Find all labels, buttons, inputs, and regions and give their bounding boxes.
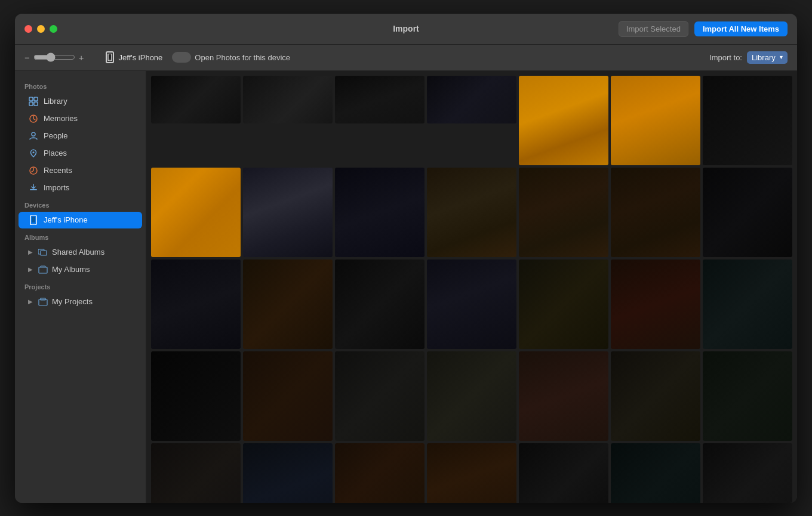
import-selected-button[interactable]: Import Selected [619,21,688,37]
import-to-label: Import to: [709,53,742,62]
open-photos-container: Open Photos for this device [172,52,290,63]
photos-section-label: Photos [15,78,146,92]
photo-cell[interactable] [519,259,608,349]
sidebar-item-shared-albums[interactable]: ▶ Shared Albums [19,244,142,261]
memories-label: Memories [44,114,78,123]
svg-rect-1 [109,55,110,59]
photo-cell[interactable] [519,168,608,257]
people-label: People [44,131,67,140]
import-to-container: Import to: Library [709,51,788,64]
sidebar-item-my-projects[interactable]: ▶ My Projects [19,293,142,310]
sidebar-item-people[interactable]: People [19,128,142,144]
photo-cell[interactable] [335,351,425,441]
places-icon [28,148,39,159]
jeffs-iphone-label: Jeff's iPhone [44,215,88,224]
photo-cell[interactable] [151,76,241,123]
device-name-label: Jeff's iPhone [119,53,163,62]
minimize-button[interactable] [37,25,45,33]
photo-cell[interactable] [243,168,333,257]
photo-cell[interactable] [427,351,516,441]
photo-cell[interactable] [335,76,425,123]
titlebar-actions: Import Selected Import All New Items [619,21,788,37]
photo-cell[interactable] [611,443,700,503]
projects-section-label: Projects [15,279,146,293]
open-photos-label: Open Photos for this device [195,53,290,62]
titlebar: Import Import Selected Import All New It… [15,14,797,45]
traffic-lights [24,25,57,33]
photo-cell[interactable] [243,351,333,441]
svg-rect-10 [30,189,37,190]
photo-cell[interactable] [611,351,700,441]
photo-cell[interactable] [151,443,241,503]
my-projects-icon [38,296,48,307]
sidebar: Photos Library Memories People [15,71,146,503]
photo-cell[interactable] [427,168,516,257]
photo-cell[interactable] [427,259,516,349]
import-all-button[interactable]: Import All New Items [694,21,788,36]
sidebar-item-my-albums[interactable]: ▶ My Albums [19,261,142,278]
library-label: Library [44,97,67,106]
photo-cell[interactable] [151,259,241,349]
sidebar-item-library[interactable]: Library [19,93,142,110]
chevron-right-icon: ▶ [28,249,33,255]
fullscreen-button[interactable] [50,25,57,33]
library-dropdown-wrapper: Library [747,51,788,64]
svg-point-7 [32,132,35,136]
photo-cell[interactable] [335,259,425,349]
zoom-slider[interactable] [33,52,75,62]
photo-cell[interactable] [703,259,792,349]
people-icon [28,131,39,141]
devices-section-label: Devices [15,197,146,211]
svg-rect-3 [34,97,38,101]
sidebar-item-imports[interactable]: Imports [19,180,142,196]
app-window: Import Import Selected Import All New It… [15,14,797,503]
photo-cell[interactable] [335,168,425,257]
recents-icon [28,165,39,176]
device-info: Jeff's iPhone [106,51,163,63]
toolbar: − + Jeff's iPhone Open Photos for this d… [15,45,797,71]
svg-rect-5 [34,102,38,106]
my-projects-label: My Projects [52,297,93,306]
photo-cell[interactable] [243,443,333,503]
sidebar-item-recents[interactable]: Recents [19,162,142,179]
photo-cell[interactable] [427,443,516,503]
photo-cell[interactable] [243,76,333,123]
photo-cell[interactable] [611,76,700,165]
chevron-right-icon3: ▶ [28,298,33,305]
photo-cell[interactable] [519,351,608,441]
photo-cell[interactable] [335,443,425,503]
zoom-controls: − + [24,52,84,63]
sidebar-item-memories[interactable]: Memories [19,110,142,127]
iphone-sidebar-icon [28,215,39,225]
photo-cell[interactable] [703,443,792,503]
sidebar-item-places[interactable]: Places [19,145,142,162]
photo-cell[interactable] [703,168,792,257]
photo-cell[interactable] [151,168,241,257]
photo-cell[interactable] [243,259,333,349]
chevron-right-icon2: ▶ [28,266,33,273]
sidebar-item-jeffs-iphone[interactable]: Jeff's iPhone [19,212,142,228]
photo-cell[interactable] [611,259,700,349]
photo-cell[interactable] [611,168,700,257]
window-title: Import [393,24,419,33]
svg-rect-15 [39,267,47,273]
imports-icon [28,183,39,193]
library-dropdown[interactable]: Library [747,51,788,64]
photo-cell[interactable] [427,76,516,123]
svg-rect-14 [41,251,47,255]
photo-cell[interactable] [703,351,792,441]
places-label: Places [44,149,67,157]
close-button[interactable] [24,25,32,33]
photo-grid-container[interactable] [146,71,797,503]
photo-cell[interactable] [519,443,608,503]
svg-rect-4 [29,102,33,106]
zoom-minus-icon[interactable]: − [24,52,30,63]
svg-point-8 [33,152,35,153]
recents-label: Recents [44,166,72,175]
photo-cell[interactable] [703,76,792,165]
svg-rect-2 [29,97,33,101]
photo-cell[interactable] [519,76,608,165]
photo-cell[interactable] [151,351,241,441]
open-photos-toggle[interactable] [172,52,191,63]
zoom-plus-icon[interactable]: + [79,52,84,63]
